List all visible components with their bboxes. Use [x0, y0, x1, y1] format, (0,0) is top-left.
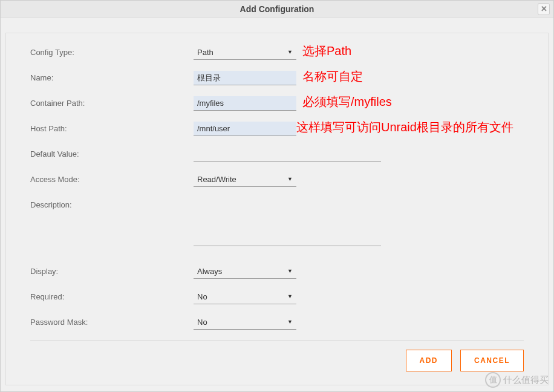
label-host-path: Host Path:	[30, 122, 194, 133]
host-path-input[interactable]	[194, 122, 296, 136]
row-default-value: Default Value:	[30, 147, 524, 162]
row-host-path: Host Path: 这样填写可访问Unraid根目录的所有文件	[30, 122, 524, 136]
add-button[interactable]: ADD	[406, 350, 452, 371]
container-path-input[interactable]	[194, 96, 296, 111]
close-button[interactable]: ✕	[538, 3, 550, 15]
dialog-inner: Config Type: Path ▼ 选择Path Name: 名称可自定	[5, 33, 549, 385]
dialog-footer: ADD CANCEL	[30, 341, 524, 371]
row-password-mask: Password Mask: No ▼	[30, 315, 524, 330]
label-description: Description:	[30, 198, 194, 209]
display-select[interactable]: Always	[194, 264, 296, 279]
label-name: Name:	[30, 71, 194, 82]
dialog-header: Add Configuration ✕	[1, 1, 553, 18]
add-configuration-dialog: Add Configuration ✕ Config Type: Path ▼ …	[0, 0, 554, 392]
default-value-input[interactable]	[194, 147, 381, 162]
label-default-value: Default Value:	[30, 147, 194, 158]
description-input[interactable]	[194, 198, 381, 246]
access-mode-select[interactable]: Read/Write	[194, 172, 296, 187]
row-required: Required: No ▼	[30, 290, 524, 304]
annotation-container-path: 必须填写/myfiles	[302, 94, 392, 110]
label-display: Display:	[30, 264, 194, 276]
label-container-path: Container Path:	[30, 96, 194, 108]
label-required: Required:	[30, 290, 194, 301]
row-description: Description:	[30, 198, 524, 246]
config-type-select[interactable]: Path	[194, 45, 296, 60]
row-config-type: Config Type: Path ▼ 选择Path	[30, 45, 524, 60]
row-name: Name: 名称可自定	[30, 71, 524, 85]
annotation-name: 名称可自定	[302, 68, 363, 85]
annotation-host-path: 这样填写可访问Unraid根目录的所有文件	[296, 119, 513, 136]
row-access-mode: Access Mode: Read/Write ▼	[30, 172, 524, 187]
cancel-button[interactable]: CANCEL	[460, 350, 524, 371]
required-select[interactable]: No	[194, 290, 296, 304]
annotation-config-type: 选择Path	[302, 43, 351, 59]
password-mask-select[interactable]: No	[194, 315, 296, 330]
row-container-path: Container Path: 必须填写/myfiles	[30, 96, 524, 111]
name-input[interactable]	[194, 71, 296, 85]
dialog-body: Config Type: Path ▼ 选择Path Name: 名称可自定	[1, 18, 553, 391]
label-access-mode: Access Mode:	[30, 172, 194, 184]
dialog-title: Add Configuration	[240, 4, 314, 14]
label-config-type: Config Type:	[30, 45, 194, 57]
close-icon: ✕	[541, 4, 547, 13]
label-password-mask: Password Mask:	[30, 315, 194, 327]
row-display: Display: Always ▼	[30, 264, 524, 279]
